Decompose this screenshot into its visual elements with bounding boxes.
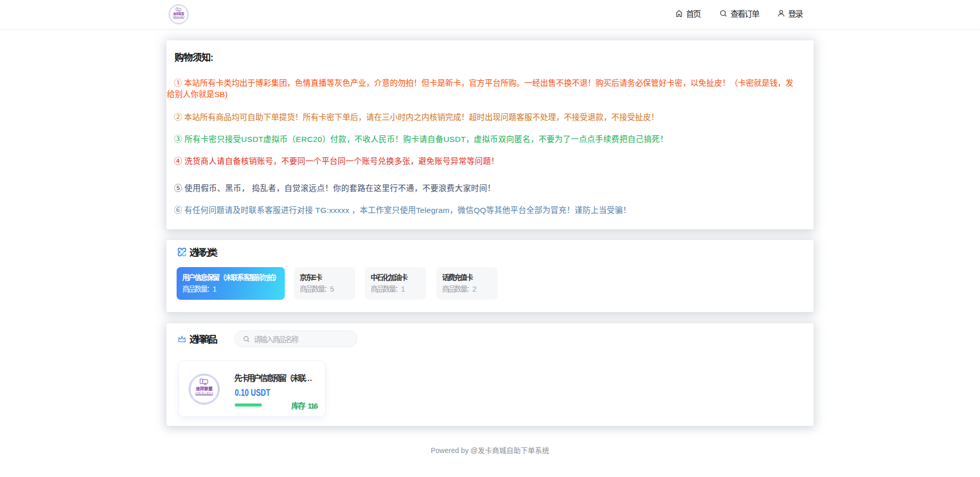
svg-text:迪拜联盟: 迪拜联盟	[196, 386, 213, 391]
svg-text:迪拜联盟: 迪拜联盟	[173, 12, 184, 16]
svg-text:DIBAI ALLIANCE: DIBAI ALLIANCE	[173, 16, 184, 18]
svg-text:DIBAI ALLIANCE: DIBAI ALLIANCE	[195, 392, 213, 394]
